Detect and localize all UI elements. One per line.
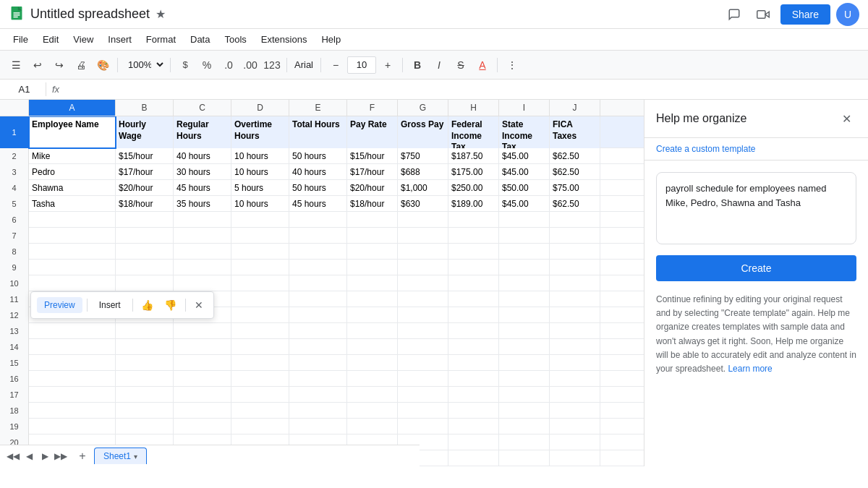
menu-view[interactable]: View (66, 31, 101, 48)
menu-button[interactable]: ☰ (6, 55, 26, 75)
cell-a6[interactable] (29, 212, 116, 228)
increase-font-button[interactable]: + (378, 55, 398, 75)
row-num-6[interactable]: 6 (0, 212, 29, 228)
print-button[interactable]: 🖨 (71, 55, 91, 75)
cell-d2[interactable]: 10 hours (231, 148, 289, 164)
cell-j2[interactable]: $62.50 (550, 148, 600, 164)
cell-b5[interactable]: $18/hour (116, 196, 174, 212)
menu-help[interactable]: Help (314, 31, 348, 48)
col-header-a[interactable]: A (29, 100, 116, 116)
cell-c5[interactable]: 35 hours (174, 196, 231, 212)
meet-icon[interactable] (752, 3, 775, 26)
menu-format[interactable]: Format (139, 31, 183, 48)
menu-insert[interactable]: Insert (101, 31, 139, 48)
cell-f4[interactable]: $20/hour (347, 180, 398, 196)
col-header-b[interactable]: B (116, 100, 174, 116)
bold-button[interactable]: B (407, 55, 427, 75)
cell-g3[interactable]: $688 (398, 164, 448, 180)
cell-d1[interactable]: Overtime Hours (231, 116, 289, 148)
row-num-12[interactable]: 12 (0, 307, 29, 323)
menu-extensions[interactable]: Extensions (254, 31, 315, 48)
cell-i1[interactable]: State Income Tax (499, 116, 550, 148)
row-num-9[interactable]: 9 (0, 260, 29, 275)
cell-h4[interactable]: $250.00 (448, 180, 499, 196)
cell-g2[interactable]: $750 (398, 148, 448, 164)
cell-h1[interactable]: Federal Income Tax (448, 116, 499, 148)
cell-h3[interactable]: $175.00 (448, 164, 499, 180)
comment-icon[interactable] (723, 3, 746, 26)
cell-i4[interactable]: $50.00 (499, 180, 550, 196)
row-num-18[interactable]: 18 (0, 403, 29, 419)
preview-button[interactable]: Preview (37, 297, 82, 313)
currency-button[interactable]: $ (175, 55, 195, 75)
cell-e4[interactable]: 50 hours (289, 180, 347, 196)
star-icon[interactable]: ★ (156, 7, 166, 21)
row-num-11[interactable]: 11 (0, 291, 29, 307)
cell-j1[interactable]: FICA Taxes (550, 116, 600, 148)
thumbs-up-button[interactable]: 👍 (137, 295, 158, 315)
cell-c2[interactable]: 40 hours (174, 148, 231, 164)
format-number-button[interactable]: 123 (262, 55, 282, 75)
cell-e2[interactable]: 50 hours (289, 148, 347, 164)
more-button[interactable]: ⋮ (502, 55, 522, 75)
panel-close-button[interactable]: ✕ (836, 108, 856, 129)
cell-a4[interactable]: Shawna (29, 180, 116, 196)
col-header-h[interactable]: H (448, 100, 499, 116)
strikethrough-button[interactable]: S (451, 55, 471, 75)
row-num-3[interactable]: 3 (0, 164, 29, 180)
col-header-i[interactable]: I (499, 100, 550, 116)
text-color-button[interactable]: A (472, 55, 493, 75)
cell-a3[interactable]: Pedro (29, 164, 116, 180)
cell-h2[interactable]: $187.50 (448, 148, 499, 164)
col-header-f[interactable]: F (347, 100, 398, 116)
cell-i5[interactable]: $45.00 (499, 196, 550, 212)
insert-button[interactable]: Insert (92, 297, 128, 313)
cell-f5[interactable]: $18/hour (347, 196, 398, 212)
cell-c4[interactable]: 45 hours (174, 180, 231, 196)
cell-c1[interactable]: Regular Hours (174, 116, 231, 148)
row-num-2[interactable]: 2 (0, 148, 29, 164)
decrease-font-button[interactable]: − (326, 55, 346, 75)
prompt-textarea[interactable] (656, 172, 856, 244)
nav-first-button[interactable]: ◀◀ (6, 449, 20, 463)
row-num-5[interactable]: 5 (0, 196, 29, 212)
sheet-tab-sheet1[interactable]: Sheet1 ▾ (94, 448, 147, 464)
cell-e1[interactable]: Total Hours (289, 116, 347, 148)
cell-b3[interactable]: $17/hour (116, 164, 174, 180)
add-sheet-button[interactable]: + (74, 448, 91, 465)
cell-j3[interactable]: $62.50 (550, 164, 600, 180)
cell-i3[interactable]: $45.00 (499, 164, 550, 180)
learn-more-link[interactable]: Learn more (728, 364, 772, 374)
create-button[interactable]: Create (656, 255, 856, 281)
col-header-d[interactable]: D (231, 100, 289, 116)
cell-g4[interactable]: $1,000 (398, 180, 448, 196)
cell-i2[interactable]: $45.00 (499, 148, 550, 164)
panel-breadcrumb-link[interactable]: Create a custom template (656, 144, 755, 154)
cell-e3[interactable]: 40 hours (289, 164, 347, 180)
cell-b4[interactable]: $20/hour (116, 180, 174, 196)
row-num-17[interactable]: 17 (0, 387, 29, 403)
row-num-1[interactable]: 1 (0, 116, 29, 148)
formula-input[interactable] (65, 82, 865, 96)
row-num-8[interactable]: 8 (0, 244, 29, 260)
row-num-10[interactable]: 10 (0, 275, 29, 291)
cell-g5[interactable]: $630 (398, 196, 448, 212)
row-num-14[interactable]: 14 (0, 339, 29, 355)
menu-file[interactable]: File (6, 31, 35, 48)
cell-e5[interactable]: 45 hours (289, 196, 347, 212)
cell-c3[interactable]: 30 hours (174, 164, 231, 180)
share-button[interactable]: Share (780, 4, 830, 25)
cell-d4[interactable]: 5 hours (231, 180, 289, 196)
row-num-16[interactable]: 16 (0, 371, 29, 387)
cell-h5[interactable]: $189.00 (448, 196, 499, 212)
paint-format-button[interactable]: 🎨 (93, 55, 113, 75)
cell-b1[interactable]: Hourly Wage (116, 116, 174, 148)
avatar[interactable]: U (836, 3, 859, 26)
row-num-4[interactable]: 4 (0, 180, 29, 196)
thumbs-down-button[interactable]: 👎 (161, 295, 181, 315)
redo-button[interactable]: ↪ (49, 55, 69, 75)
undo-button[interactable]: ↩ (27, 55, 48, 75)
cell-j4[interactable]: $75.00 (550, 180, 600, 196)
col-header-j[interactable]: J (550, 100, 600, 116)
cell-g1[interactable]: Gross Pay (398, 116, 448, 148)
